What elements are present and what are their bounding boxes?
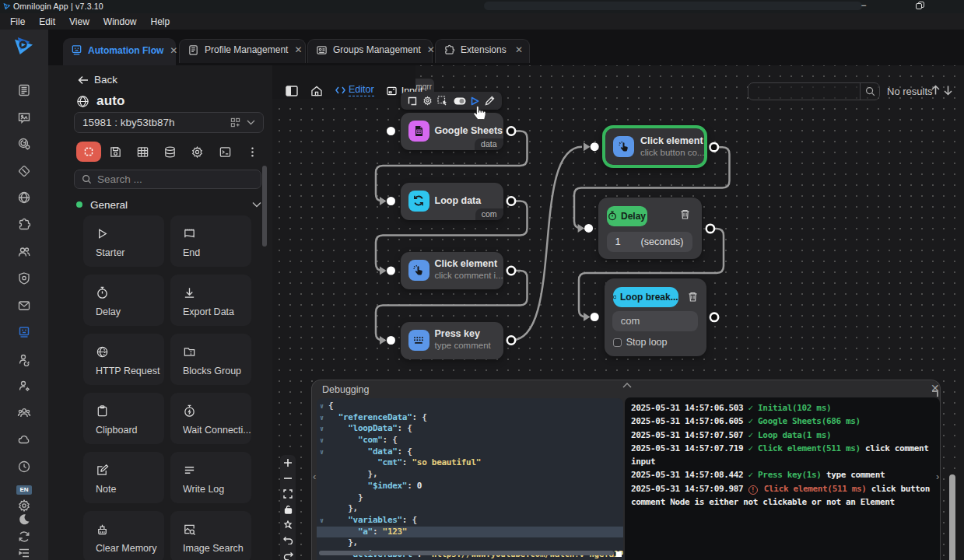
collapse-caret-icon[interactable]: ∨: [320, 446, 324, 458]
stop-loop-checkbox[interactable]: [613, 338, 622, 347]
extension-icon[interactable]: [17, 218, 31, 232]
minimize-button[interactable]: −: [853, 0, 875, 13]
flow-canvas[interactable]: mqrr Editor Input: [272, 65, 964, 560]
collapse-caret-icon[interactable]: ∨: [320, 515, 324, 527]
more-menu-button[interactable]: [239, 145, 266, 159]
menu-edit[interactable]: Edit: [32, 16, 62, 27]
scroll-right-icon[interactable]: ›: [936, 471, 939, 482]
undo-icon[interactable]: [283, 535, 293, 545]
tab-close-icon[interactable]: ✕: [509, 45, 523, 54]
block-search-input[interactable]: Search ...: [74, 170, 261, 189]
delay-pill[interactable]: Delay: [607, 206, 647, 226]
user-sync-icon[interactable]: [17, 352, 31, 366]
block-blocks-group[interactable]: Blocks Group: [170, 334, 251, 385]
collapse-caret-icon[interactable]: ∨: [320, 423, 324, 435]
collapse-caret-icon[interactable]: ∨: [320, 435, 324, 446]
block-clipboard[interactable]: Clipboard: [83, 393, 164, 444]
select-mode-icon[interactable]: [283, 520, 293, 530]
collapse-chevron-icon[interactable]: [622, 383, 632, 388]
tab-groups-management[interactable]: Groups Management ✕: [307, 39, 433, 63]
sidebar-scrollbar[interactable]: [262, 166, 267, 247]
block-end[interactable]: End: [170, 215, 251, 267]
block-delay[interactable]: Delay: [83, 275, 164, 326]
block-clear-memory[interactable]: Clear Memory: [83, 511, 164, 560]
block-image-search[interactable]: Image Search: [170, 511, 251, 560]
node-click-element[interactable]: Click element click comment i...: [401, 252, 503, 289]
sync-icon[interactable]: [17, 530, 31, 544]
json-hscrollbar[interactable]: [319, 551, 614, 555]
json-line: },: [317, 469, 623, 481]
expand-corner-icon[interactable]: [932, 390, 938, 397]
mail-icon[interactable]: [17, 299, 31, 313]
chat-image-icon[interactable]: [17, 110, 31, 124]
block-wait-connection[interactable]: Wait Connecti...: [170, 393, 251, 444]
restore-button[interactable]: [909, 0, 931, 13]
tag-icon[interactable]: [17, 164, 31, 178]
terminal-button[interactable]: [211, 145, 238, 159]
node-loop-data[interactable]: Loop data com: [401, 183, 503, 220]
collapse-caret-icon[interactable]: ∨: [320, 412, 324, 424]
database-button[interactable]: [156, 145, 184, 159]
bot-active-icon[interactable]: [17, 325, 31, 339]
news-icon[interactable]: [17, 83, 31, 97]
menu-help[interactable]: Help: [144, 16, 177, 27]
tab-extensions[interactable]: Extensions ✕: [435, 39, 530, 63]
selection-mode-button[interactable]: [76, 142, 101, 162]
save-button[interactable]: [101, 145, 128, 159]
block-starter[interactable]: Starter: [83, 215, 164, 267]
scroll-left-icon[interactable]: ‹: [313, 471, 316, 482]
block-note[interactable]: Note: [83, 452, 164, 503]
groups-icon: [316, 44, 328, 56]
user-gear-icon[interactable]: [17, 379, 31, 393]
tab-close-icon[interactable]: ✕: [288, 45, 302, 54]
settings-button[interactable]: [184, 145, 211, 159]
tab-close-icon[interactable]: ✕: [163, 46, 177, 55]
table-button[interactable]: [129, 145, 156, 159]
delay-value-field[interactable]: 1 (seconds): [607, 232, 692, 252]
debug-json-viewer[interactable]: ∨{∨ "referenceData": {∨ "loopData": {∨ "…: [317, 398, 623, 560]
resize-handle[interactable]: [616, 551, 622, 557]
menu-window[interactable]: Window: [96, 16, 144, 27]
trash-icon[interactable]: [687, 291, 699, 303]
back-button[interactable]: Back: [78, 74, 117, 86]
language-badge[interactable]: EN: [16, 485, 32, 495]
menu-file[interactable]: File: [3, 16, 32, 27]
users-icon[interactable]: [17, 245, 31, 259]
tab-close-icon[interactable]: ✕: [421, 45, 435, 54]
zoom-out-icon[interactable]: [283, 473, 293, 483]
canvas-scrollbar[interactable]: [949, 474, 955, 560]
fit-view-icon[interactable]: [283, 488, 293, 499]
node-delay[interactable]: Delay 1 (seconds): [598, 198, 703, 259]
task-list-icon[interactable]: [17, 546, 31, 560]
user-group-icon[interactable]: [17, 406, 31, 420]
json-line: }: [317, 492, 623, 504]
tab-profile-management[interactable]: Profile Management ✕: [179, 39, 306, 63]
menu-view[interactable]: View: [62, 16, 96, 27]
profile-select[interactable]: 15981 : kby53tb87h: [74, 112, 264, 133]
node-loop-break[interactable]: Loop break... com Stop loop: [605, 278, 707, 356]
node-google-sheets[interactable]: Google Sheets data: [401, 113, 503, 150]
clock-icon[interactable]: [17, 460, 31, 474]
debug-log[interactable]: 2025-05-31 14:57:06.503 ✓ Initial(102 ms…: [625, 397, 940, 560]
json-line: ∨ "referenceData": {: [317, 412, 623, 424]
profile-sync-icon[interactable]: [17, 137, 31, 151]
theme-moon-icon[interactable]: [17, 513, 31, 527]
node-press-key[interactable]: Press key type comment: [401, 322, 503, 359]
block-export-data[interactable]: Export Data: [170, 275, 251, 326]
collapse-caret-icon[interactable]: ∨: [320, 401, 324, 412]
section-general[interactable]: General: [76, 198, 261, 212]
lock-icon[interactable]: [284, 504, 293, 514]
node-click-element-selected[interactable]: Click element click button co...: [602, 125, 707, 168]
cloud-icon[interactable]: [17, 432, 31, 446]
redo-icon[interactable]: [283, 551, 293, 560]
block-write-log[interactable]: Write Log: [170, 452, 251, 503]
loop-break-value-field[interactable]: com: [612, 311, 698, 331]
trash-icon[interactable]: [679, 208, 691, 220]
settings-gear-icon[interactable]: [17, 499, 31, 513]
block-http-request[interactable]: HTTP Request: [83, 334, 164, 385]
loop-break-pill[interactable]: Loop break...: [613, 287, 678, 307]
tab-automation-flow[interactable]: Automation Flow ✕: [63, 38, 176, 65]
shield-icon[interactable]: [17, 271, 31, 285]
zoom-in-icon[interactable]: [283, 457, 293, 467]
globe-icon[interactable]: [17, 191, 31, 205]
